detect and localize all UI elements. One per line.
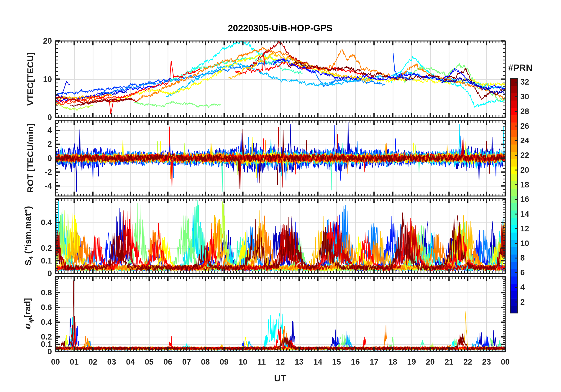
y-tick-label: 0.1 bbox=[41, 256, 52, 265]
colorbar-tick-label: 10 bbox=[520, 239, 529, 248]
sigma-axis-label-main: σ bbox=[22, 323, 32, 330]
x-tick-label: 11 bbox=[257, 358, 266, 367]
figure-title: 20220305-UiB-HOP-GPS bbox=[228, 23, 333, 34]
s4-axis-label-sub: 4 bbox=[27, 256, 34, 260]
colorbar-tick-label: 12 bbox=[520, 224, 529, 233]
colorbar-tick-label: 8 bbox=[520, 253, 525, 263]
y-tick-label: -2 bbox=[45, 167, 52, 177]
colorbar-tick-label: 20 bbox=[520, 165, 529, 174]
rot-axis-label-text: ROT [TECU/min] bbox=[25, 123, 35, 193]
figure: 20220305-UiB-HOP-GPS VTEC[TECU] ROT [TEC… bbox=[0, 0, 561, 392]
x-tick-label: 04 bbox=[126, 358, 135, 367]
y-tick-label: 0.8 bbox=[41, 288, 52, 297]
sigma-phi-axis-label: σφ[rad] bbox=[22, 298, 34, 330]
y-tick-label: 0.2 bbox=[41, 332, 52, 342]
colorbar-tick-label: 2 bbox=[520, 297, 525, 307]
colorbar-tick-label: 28 bbox=[520, 107, 529, 116]
colorbar-tick-label: 22 bbox=[520, 151, 529, 160]
x-tick-label: 03 bbox=[107, 358, 116, 367]
s4-axis-label-rest: ("ism.mat") bbox=[23, 206, 33, 256]
x-tick-label: 20 bbox=[426, 358, 435, 367]
x-tick-label: 15 bbox=[332, 358, 341, 367]
x-tick-label: 10 bbox=[238, 358, 247, 367]
colorbar-tick-label: 18 bbox=[520, 180, 529, 189]
colorbar-tick-label: 14 bbox=[520, 210, 529, 219]
x-tick-label: 22 bbox=[463, 358, 472, 367]
x-tick-label: 08 bbox=[201, 358, 210, 367]
x-tick-label: 05 bbox=[145, 358, 154, 367]
colorbar-title: #PRN bbox=[508, 63, 533, 73]
x-tick-label: 21 bbox=[444, 358, 453, 367]
colorbar-tick-label: 24 bbox=[520, 136, 529, 145]
x-tick-label: 00 bbox=[501, 358, 510, 367]
x-tick-label: 14 bbox=[314, 358, 322, 367]
plot-canvas bbox=[0, 0, 561, 392]
y-tick-label: 0.4 bbox=[41, 218, 52, 227]
x-tick-label: 06 bbox=[163, 358, 172, 367]
y-tick-label: 20 bbox=[43, 37, 52, 46]
y-tick-label: 0.2 bbox=[41, 243, 52, 253]
vtec-axis-label: VTEC[TECU] bbox=[25, 52, 35, 106]
y-tick-label: 0 bbox=[47, 269, 52, 278]
x-tick-label: 00 bbox=[51, 358, 60, 367]
y-tick-label: -4 bbox=[45, 181, 52, 190]
x-tick-label: 09 bbox=[220, 358, 229, 367]
colorbar-tick-label: 4 bbox=[520, 283, 525, 292]
sigma-axis-label-rest: [rad] bbox=[22, 298, 32, 318]
colorbar-tick-label: 6 bbox=[520, 268, 525, 277]
colorbar-tick-label: 30 bbox=[520, 92, 529, 101]
x-tick-label: 07 bbox=[182, 358, 191, 367]
x-tick-label: 12 bbox=[276, 358, 285, 367]
x-tick-label: 19 bbox=[407, 358, 416, 367]
x-tick-label: 17 bbox=[370, 358, 378, 367]
s4-axis-label-main: S bbox=[23, 260, 33, 266]
rot-axis-label: ROT [TECU/min] bbox=[25, 123, 35, 193]
sigma-axis-label-sub: φ bbox=[27, 318, 34, 323]
x-tick-label: 02 bbox=[88, 358, 97, 367]
y-tick-label: 0 bbox=[47, 113, 52, 122]
colorbar-tick-label: 32 bbox=[520, 78, 529, 87]
x-tick-label: 18 bbox=[388, 358, 397, 367]
x-tick-label: 01 bbox=[70, 358, 79, 367]
y-tick-label: 4 bbox=[47, 126, 52, 135]
y-tick-label: 0 bbox=[47, 154, 52, 163]
x-tick-label: 13 bbox=[295, 358, 304, 367]
colorbar-tick-label: 16 bbox=[520, 195, 529, 204]
y-tick-label: 10 bbox=[43, 75, 52, 84]
y-tick-label: 0.6 bbox=[41, 303, 52, 312]
vtec-axis-label-text: VTEC[TECU] bbox=[25, 52, 35, 106]
y-tick-label: 2 bbox=[47, 140, 52, 149]
y-tick-label: 0.4 bbox=[41, 318, 52, 327]
s4-axis-label: S4 ("ism.mat") bbox=[23, 206, 35, 266]
x-tick-label: 16 bbox=[351, 358, 360, 367]
x-tick-label: 23 bbox=[482, 358, 491, 367]
colorbar-tick-label: 26 bbox=[520, 121, 529, 131]
x-axis-label: UT bbox=[274, 373, 286, 384]
